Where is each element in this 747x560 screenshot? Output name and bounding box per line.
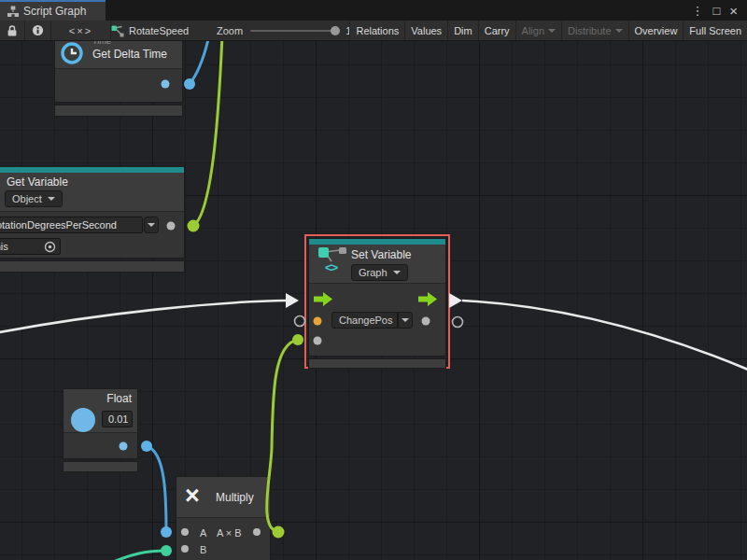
multiply-icon: ×	[185, 483, 200, 509]
wire-endpoint-blue[interactable]	[141, 441, 152, 452]
float-icon	[70, 407, 96, 433]
clock-icon	[61, 41, 83, 65]
relations-button[interactable]: Relations	[349, 21, 404, 40]
port-label-output: A × B	[217, 527, 242, 539]
flow-arrow-into-node[interactable]	[286, 293, 299, 308]
dropdown-arrow-icon	[615, 29, 623, 33]
dropdown-arrow-icon	[393, 271, 401, 274]
variable-scope-dropdown[interactable]: Object	[5, 190, 63, 207]
wire-endpoint-green[interactable]	[273, 526, 285, 539]
kebab-menu-icon[interactable]: ⋮	[691, 5, 703, 17]
script-graph-asset-icon	[111, 24, 124, 37]
node-title: Float	[106, 392, 132, 405]
node-category-label: Time	[92, 41, 111, 46]
flow-arrow-out-of-node[interactable]	[449, 293, 462, 308]
dropdown-arrow-icon	[48, 197, 55, 201]
wire-endpoint-blue[interactable]	[184, 78, 195, 90]
graph-name-group: RotateSpeed	[111, 21, 189, 40]
distribute-button[interactable]: Distribute	[561, 21, 627, 40]
tab-label: Script Graph	[23, 5, 86, 18]
wire-flow-in[interactable]	[0, 301, 286, 333]
node-get-variable[interactable]: Get Variable Object RotationDegreesPerSe…	[0, 166, 185, 273]
flow-input-port[interactable]	[314, 292, 334, 306]
window-controls: ⋮ □ ×	[691, 0, 747, 21]
variable-name-dropdown-button[interactable]	[398, 312, 413, 329]
variable-target-field[interactable]: This	[0, 238, 61, 255]
lock-icon	[7, 24, 18, 37]
wire-float-to-multiply-a[interactable]	[147, 446, 166, 532]
dim-button[interactable]: Dim	[447, 21, 478, 40]
maximize-icon[interactable]: □	[712, 5, 720, 17]
node-title: Multiply	[216, 491, 254, 504]
port-label-a: A	[200, 527, 206, 539]
variable-name-field[interactable]: RotationDegreesPerSecond	[0, 217, 143, 233]
wire-delta-time-output[interactable]	[190, 41, 209, 84]
dropdown-arrow-icon	[548, 29, 556, 33]
code-view-toggle-button[interactable]: <×>	[51, 21, 111, 40]
unconnected-port-ring-left[interactable]	[295, 316, 305, 327]
wire-flow-out[interactable]	[462, 301, 747, 371]
node-title: Get Variable	[7, 175, 68, 189]
zoom-control: Zoom 1x	[217, 21, 357, 40]
variable-name-dropdown[interactable]: ChangePos	[331, 312, 398, 329]
wire-multiply-to-set-variable[interactable]	[267, 340, 298, 532]
object-picker-icon[interactable]	[44, 241, 56, 253]
node-multiply[interactable]: × Multiply A A × B B	[176, 476, 271, 560]
port-label-b: B	[200, 544, 206, 555]
wire-endpoint-green[interactable]	[188, 220, 200, 232]
tab-script-graph[interactable]: Script Graph	[0, 0, 106, 21]
zoom-slider-handle[interactable]	[331, 26, 340, 35]
variable-scope-dropdown[interactable]: Graph	[351, 264, 408, 281]
graph-brackets-icon: <>	[325, 260, 337, 274]
overview-button[interactable]: Overview	[628, 21, 684, 40]
wire-to-multiply-b[interactable]	[105, 551, 166, 560]
graph-name-label: RotateSpeed	[129, 25, 189, 36]
close-icon[interactable]: ×	[729, 4, 738, 18]
node-title: Set Variable	[351, 248, 411, 261]
dropdown-arrow-icon	[402, 318, 409, 322]
info-button[interactable]	[25, 21, 51, 40]
code-toggle-icon: <×>	[69, 25, 92, 36]
lock-button[interactable]	[0, 21, 25, 40]
full-screen-button[interactable]: Full Screen	[683, 21, 747, 40]
tab-bar: Script Graph ⋮ □ ×	[0, 0, 747, 21]
graph-toolbar: <×> RotateSpeed Zoom 1x Relations Values…	[0, 21, 747, 41]
graph-icon	[7, 6, 19, 17]
graph-canvas[interactable]: Time Get Delta Time Get Variable Object	[0, 41, 747, 560]
node-float[interactable]: Float 0.01	[63, 388, 138, 472]
flow-output-port[interactable]	[418, 292, 439, 306]
info-icon	[32, 24, 44, 36]
node-get-delta-time[interactable]: Time Get Delta Time	[54, 41, 183, 117]
wire-endpoint-teal[interactable]	[161, 545, 172, 556]
float-value-input[interactable]: 0.01	[102, 411, 133, 427]
zoom-slider[interactable]	[250, 30, 338, 32]
carry-button[interactable]: Carry	[478, 21, 515, 40]
wire-get-variable-output[interactable]	[193, 41, 222, 226]
toolbar-buttons: Relations Values Dim Carry Align Distrib…	[349, 21, 747, 40]
values-button[interactable]: Values	[404, 21, 447, 40]
wire-endpoint-green[interactable]	[292, 334, 303, 345]
unconnected-port-ring-right[interactable]	[453, 317, 463, 328]
unity-visual-scripting-window: Script Graph ⋮ □ × <×>	[0, 0, 747, 560]
wire-endpoint-blue[interactable]	[161, 526, 172, 538]
dropdown-arrow-icon	[148, 223, 155, 227]
node-title: Get Delta Time	[92, 48, 167, 61]
align-button[interactable]: Align	[515, 21, 561, 40]
variable-name-dropdown-button[interactable]	[144, 217, 159, 233]
zoom-label: Zoom	[217, 25, 243, 36]
node-set-variable[interactable]: <> Set Variable Graph ChangePos	[308, 238, 446, 369]
